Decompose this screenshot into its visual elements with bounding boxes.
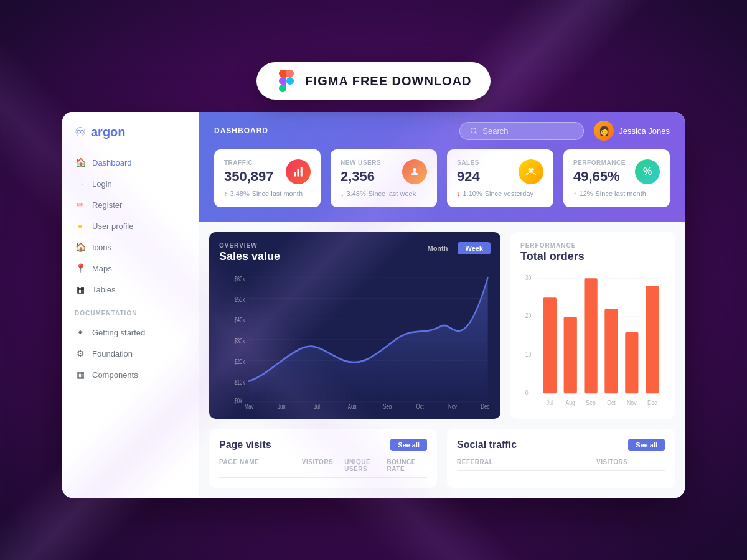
login-icon: → xyxy=(75,178,86,189)
map-pin-icon: 📍 xyxy=(75,263,86,274)
table-card-header: Page visits See all xyxy=(219,439,427,451)
page-visits-card: Page visits See all PAGE NAME VISITORS U… xyxy=(209,429,437,488)
svg-text:20: 20 xyxy=(525,312,532,319)
sidebar-nav: 🏠 Dashboard → Login ✏ Register ● User pr… xyxy=(62,152,199,300)
svg-text:$60k: $60k xyxy=(234,276,245,282)
search-placeholder: Search xyxy=(482,126,508,136)
stat-card-performance: PERFORMANCE 49,65% % 12% Since last mont… xyxy=(563,149,670,207)
svg-text:Jun: Jun xyxy=(278,403,286,409)
stat-footer: 3.48% Since last month xyxy=(224,190,311,197)
svg-text:Oct: Oct xyxy=(416,403,425,409)
table-card-title: Social traffic xyxy=(457,439,517,450)
svg-text:Sep: Sep xyxy=(586,399,596,406)
user-name: Jessica Jones xyxy=(619,126,670,136)
orders-chart: PERFORMANCE Total orders 30 20 10 0 xyxy=(510,232,675,419)
stat-header: NEW USERS 2,356 xyxy=(341,159,427,185)
stat-change-value: 12% xyxy=(580,190,593,197)
stat-header: SALES 924 xyxy=(457,159,543,185)
stat-footer: 1.10% Since yesterday xyxy=(457,190,543,197)
sidebar-item-components[interactable]: ▦ Components xyxy=(62,364,199,385)
social-traffic-card: Social traffic See all REFERRAL VISITORS xyxy=(447,429,675,488)
components-icon: ▦ xyxy=(75,369,86,380)
svg-text:Jul: Jul xyxy=(547,399,553,406)
main-content: DASHBOARD Search 👩 Jessica Jones xyxy=(199,112,685,498)
stat-change-value: 3.48% xyxy=(347,190,366,197)
stat-footer: 12% Since last month xyxy=(573,190,660,197)
page-title: DASHBOARD xyxy=(214,126,268,135)
dashboard-card: ♾ argon 🏠 Dashboard → Login ✏ Register ●… xyxy=(62,112,685,498)
stat-value: 350,897 xyxy=(224,169,274,185)
stat-period: Since last month xyxy=(252,190,303,197)
svg-rect-2 xyxy=(294,172,296,177)
sidebar-item-maps[interactable]: 📍 Maps xyxy=(62,258,199,279)
sidebar-item-getting-started[interactable]: ✦ Getting started xyxy=(62,322,199,343)
sidebar-item-label: Dashboard xyxy=(92,158,132,167)
svg-text:$20k: $20k xyxy=(234,358,245,365)
svg-text:May: May xyxy=(245,403,254,409)
toggle-month-button[interactable]: Month xyxy=(420,242,455,254)
chart-header: OVERVIEW Sales value Month Week xyxy=(219,242,491,263)
chart-area: $60k $50k $40k $30k $20k $10k $0k xyxy=(219,271,491,409)
stat-label: PERFORMANCE xyxy=(573,159,626,166)
stats-section: TRAFFIC 350,897 3.48% Since last month xyxy=(199,149,685,222)
stat-icon-performance: % xyxy=(635,159,660,184)
user-info[interactable]: 👩 Jessica Jones xyxy=(594,121,670,141)
svg-rect-39 xyxy=(564,317,577,393)
sidebar-item-login[interactable]: → Login xyxy=(62,173,199,194)
svg-text:Nov: Nov xyxy=(627,399,636,406)
stat-label: SALES xyxy=(457,159,480,166)
col-header-unique: UNIQUE USERS xyxy=(344,459,384,472)
stat-footer: 3.48% Since last week xyxy=(341,190,427,197)
foundation-icon: ⚙ xyxy=(75,348,86,359)
see-all-button[interactable]: See all xyxy=(628,439,665,451)
table-card-header: Social traffic See all xyxy=(457,439,665,451)
svg-text:$50k: $50k xyxy=(234,296,245,303)
svg-text:Nov: Nov xyxy=(448,403,457,409)
icons-icon: 🏠 xyxy=(75,241,86,253)
sidebar-logo: ♾ argon xyxy=(62,124,199,152)
sidebar-item-label: User profile xyxy=(92,222,133,231)
svg-text:Aug: Aug xyxy=(348,403,357,409)
col-header-visitors: VISITORS xyxy=(596,459,665,465)
svg-text:0: 0 xyxy=(525,389,529,396)
svg-rect-4 xyxy=(301,167,303,177)
home-icon: 🏠 xyxy=(75,157,86,168)
stat-period: Since last month xyxy=(596,190,646,197)
bar-chart-svg: 30 20 10 0 xyxy=(520,271,665,409)
table-card-title: Page visits xyxy=(219,439,271,450)
sidebar-item-register[interactable]: ✏ Register xyxy=(62,194,199,215)
sidebar: ♾ argon 🏠 Dashboard → Login ✏ Register ●… xyxy=(62,112,199,498)
search-icon xyxy=(470,127,477,134)
stat-header: TRAFFIC 350,897 xyxy=(224,159,311,185)
svg-line-1 xyxy=(476,132,477,133)
stat-change xyxy=(224,190,228,197)
stat-value: 2,356 xyxy=(341,169,381,185)
stat-card-traffic: TRAFFIC 350,897 3.48% Since last month xyxy=(214,149,321,207)
stat-period: Since yesterday xyxy=(485,190,533,197)
sidebar-item-label: Icons xyxy=(92,243,111,252)
stat-label: NEW USERS xyxy=(341,159,381,166)
header-right: Search 👩 Jessica Jones xyxy=(459,121,670,141)
svg-rect-3 xyxy=(298,169,299,177)
svg-text:$40k: $40k xyxy=(234,317,245,324)
sidebar-item-icons[interactable]: 🏠 Icons xyxy=(62,236,199,258)
toggle-week-button[interactable]: Week xyxy=(458,242,491,254)
figma-badge-text: FIGMA FREE DOWNLOAD xyxy=(305,74,471,88)
col-header-bounce: BOUNCE RATE xyxy=(387,459,427,472)
svg-rect-42 xyxy=(625,332,638,394)
search-box[interactable]: Search xyxy=(459,122,584,140)
sidebar-item-tables[interactable]: ▦ Tables xyxy=(62,279,199,300)
getting-started-icon: ✦ xyxy=(75,327,86,338)
svg-text:$0k: $0k xyxy=(234,398,242,404)
svg-text:Oct: Oct xyxy=(607,399,616,406)
svg-text:Sep: Sep xyxy=(383,403,392,409)
sidebar-item-user-profile[interactable]: ● User profile xyxy=(62,215,199,236)
sidebar-item-label: Register xyxy=(92,200,122,210)
table-columns: PAGE NAME VISITORS UNIQUE USERS BOUNCE R… xyxy=(219,459,427,478)
svg-rect-38 xyxy=(543,297,557,393)
sidebar-item-dashboard[interactable]: 🏠 Dashboard xyxy=(62,152,199,173)
stat-change xyxy=(341,190,344,197)
see-all-button[interactable]: See all xyxy=(390,439,427,451)
stat-change-value: 1.10% xyxy=(463,190,482,197)
sidebar-item-foundation[interactable]: ⚙ Foundation xyxy=(62,343,199,364)
